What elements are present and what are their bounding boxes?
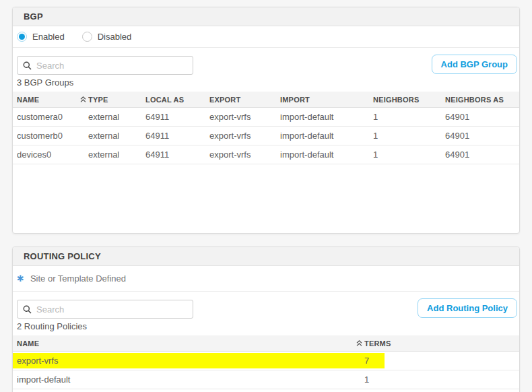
cell-export: export-vrfs <box>209 150 280 160</box>
radio-unselected-icon <box>82 32 92 42</box>
routing-policy-panel: ROUTING POLICY ✱ Site or Template Define… <box>12 247 520 392</box>
add-routing-policy-button[interactable]: Add Routing Policy <box>418 298 517 318</box>
table-row[interactable]: customera0 external 64911 export-vrfs im… <box>13 108 519 127</box>
routing-policy-table-header: NAME TERMS <box>13 335 519 352</box>
bgp-toolbar: Add BGP Group 3 BGP Groups <box>13 48 519 88</box>
bgp-column-export[interactable]: EXPORT <box>209 96 280 104</box>
bgp-column-name[interactable]: NAME <box>17 96 88 104</box>
cell-export: export-vrfs <box>209 131 280 141</box>
sort-ascending-icon <box>356 339 363 347</box>
bgp-table-header: NAME TYPE LOCAL AS EXPORT IMPORT NEIGHBO… <box>13 92 519 108</box>
cell-type: external <box>88 131 145 141</box>
cell-neighbors-as: 64901 <box>445 112 519 122</box>
table-row[interactable]: import-default 1 <box>13 370 519 389</box>
routing-policy-search-box[interactable] <box>17 300 193 319</box>
site-or-template-defined-legend: ✱ Site or Template Defined <box>13 266 519 292</box>
routing-policies-count: 2 Routing Policies <box>17 321 515 332</box>
radio-disabled-label: Disabled <box>98 32 132 42</box>
routing-policy-search-input[interactable] <box>36 304 187 315</box>
sort-ascending-icon <box>79 96 87 103</box>
routing-column-terms[interactable]: TERMS <box>364 339 519 348</box>
bgp-groups-count: 3 BGP Groups <box>17 77 515 88</box>
routing-policy-panel-title: ROUTING POLICY <box>13 247 519 266</box>
cell-local-as: 64911 <box>145 112 209 122</box>
cell-import: import-default <box>280 131 373 141</box>
radio-enabled-label: Enabled <box>32 32 65 42</box>
routing-column-name[interactable]: NAME <box>17 339 364 348</box>
cell-neighbors: 1 <box>373 112 445 122</box>
bgp-search-box[interactable] <box>17 56 193 75</box>
legend-label: Site or Template Defined <box>30 273 126 284</box>
search-icon <box>23 305 32 314</box>
radio-enabled[interactable]: Enabled <box>17 32 65 42</box>
cell-export: export-vrfs <box>209 112 280 122</box>
cell-name: import-default <box>17 374 364 385</box>
cell-neighbors: 1 <box>373 150 445 160</box>
cell-name: customera0 <box>17 112 88 122</box>
bgp-enabled-radio-group: Enabled Disabled <box>13 26 519 48</box>
cell-import: import-default <box>280 112 373 122</box>
cell-name: customerb0 <box>17 131 88 141</box>
cell-local-as: 64911 <box>145 131 209 141</box>
cell-name: export-vrfs <box>17 356 364 366</box>
cell-type: external <box>88 112 145 122</box>
bgp-column-neighbors-as[interactable]: NEIGHBORS AS <box>445 96 519 104</box>
bgp-column-local-as[interactable]: LOCAL AS <box>145 96 209 104</box>
cell-neighbors-as: 64901 <box>445 150 519 160</box>
cell-name: devices0 <box>17 150 88 160</box>
radio-disabled[interactable]: Disabled <box>82 32 132 42</box>
cell-local-as: 64911 <box>145 150 209 160</box>
cell-terms: 1 <box>364 374 519 385</box>
add-bgp-group-button[interactable]: Add BGP Group <box>432 55 517 74</box>
cell-type: external <box>88 150 145 160</box>
search-icon <box>23 61 32 70</box>
table-row[interactable]: devices0 external 64911 export-vrfs impo… <box>13 145 519 164</box>
routing-policy-toolbar: Add Routing Policy 2 Routing Policies <box>13 292 519 332</box>
table-row[interactable]: customerb0 external 64911 export-vrfs im… <box>13 127 519 145</box>
radio-selected-icon <box>17 32 27 42</box>
table-row[interactable]: export-vrfs 7 <box>13 352 519 370</box>
bgp-search-input[interactable] <box>36 61 187 71</box>
bgp-panel-title: BGP <box>13 7 519 26</box>
bgp-column-import[interactable]: IMPORT <box>280 96 373 104</box>
bgp-panel: BGP Enabled Disabled Add BGP Group 3 BGP… <box>12 7 520 234</box>
cell-neighbors: 1 <box>373 131 445 141</box>
bgp-column-neighbors[interactable]: NEIGHBORS <box>373 96 445 104</box>
bgp-column-type[interactable]: TYPE <box>88 96 145 104</box>
cell-import: import-default <box>280 150 373 160</box>
cell-terms: 7 <box>364 356 519 366</box>
asterisk-icon: ✱ <box>17 273 24 284</box>
cell-neighbors-as: 64901 <box>445 131 519 141</box>
